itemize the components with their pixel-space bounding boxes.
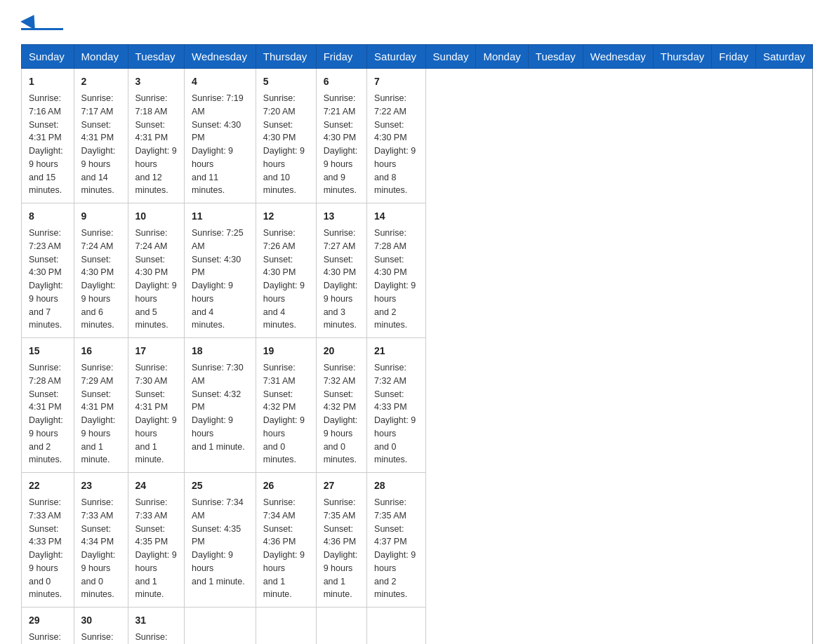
calendar-cell: 30Sunrise: 7:35 AMSunset: 4:39 PMDayligh…	[74, 608, 128, 645]
day-info: Sunrise: 7:28 AMSunset: 4:30 PMDaylight:…	[374, 227, 418, 332]
day-info: Sunrise: 7:35 AMSunset: 4:39 PMDaylight:…	[81, 631, 121, 644]
day-header-monday: Monday	[74, 45, 128, 69]
calendar-cell: 28Sunrise: 7:35 AMSunset: 4:37 PMDayligh…	[367, 473, 426, 608]
day-number: 2	[81, 74, 121, 89]
day-header-sunday: Sunday	[425, 45, 476, 69]
day-number: 18	[192, 344, 249, 358]
day-info: Sunrise: 7:35 AMSunset: 4:37 PMDaylight:…	[374, 496, 418, 601]
day-info: Sunrise: 7:30 AMSunset: 4:32 PMDaylight:…	[192, 361, 249, 453]
day-header-tuesday: Tuesday	[128, 45, 184, 69]
day-number: 7	[374, 74, 418, 89]
day-number: 29	[29, 613, 67, 628]
calendar-cell: 3Sunrise: 7:18 AMSunset: 4:31 PMDaylight…	[128, 69, 184, 203]
day-number: 12	[263, 209, 309, 224]
day-number: 24	[135, 478, 177, 493]
calendar-week-3: 15Sunrise: 7:28 AMSunset: 4:31 PMDayligh…	[22, 338, 813, 473]
calendar-cell: 2Sunrise: 7:17 AMSunset: 4:31 PMDaylight…	[74, 69, 128, 203]
day-header-friday: Friday	[316, 45, 366, 69]
day-number: 21	[374, 344, 418, 358]
day-number: 25	[192, 478, 249, 493]
day-info: Sunrise: 7:34 AMSunset: 4:36 PMDaylight:…	[263, 496, 309, 601]
day-number: 17	[135, 344, 177, 358]
day-info: Sunrise: 7:28 AMSunset: 4:31 PMDaylight:…	[29, 361, 67, 467]
day-header-saturday: Saturday	[755, 45, 812, 69]
calendar-cell: 14Sunrise: 7:28 AMSunset: 4:30 PMDayligh…	[367, 203, 426, 338]
calendar-cell: 9Sunrise: 7:24 AMSunset: 4:30 PMDaylight…	[74, 203, 128, 338]
day-number: 13	[324, 209, 359, 224]
day-info: Sunrise: 7:35 AMSunset: 4:36 PMDaylight:…	[324, 496, 359, 601]
calendar-cell: 23Sunrise: 7:33 AMSunset: 4:34 PMDayligh…	[74, 473, 128, 608]
day-info: Sunrise: 7:34 AMSunset: 4:35 PMDaylight:…	[192, 496, 249, 588]
day-number: 6	[324, 74, 359, 89]
day-info: Sunrise: 7:32 AMSunset: 4:33 PMDaylight:…	[374, 361, 418, 467]
calendar-cell: 26Sunrise: 7:34 AMSunset: 4:36 PMDayligh…	[256, 473, 316, 608]
day-info: Sunrise: 7:23 AMSunset: 4:30 PMDaylight:…	[29, 227, 67, 332]
calendar-cell	[316, 608, 366, 645]
day-info: Sunrise: 7:21 AMSunset: 4:30 PMDaylight:…	[324, 92, 359, 197]
calendar-table: SundayMondayTuesdayWednesdayThursdayFrid…	[21, 44, 813, 644]
day-info: Sunrise: 7:24 AMSunset: 4:30 PMDaylight:…	[81, 227, 121, 332]
day-info: Sunrise: 7:35 AMSunset: 4:40 PMDaylight:…	[135, 631, 177, 644]
day-info: Sunrise: 7:35 AMSunset: 4:38 PMDaylight:…	[29, 631, 67, 644]
day-info: Sunrise: 7:33 AMSunset: 4:33 PMDaylight:…	[29, 496, 67, 601]
calendar-cell: 31Sunrise: 7:35 AMSunset: 4:40 PMDayligh…	[128, 608, 184, 645]
calendar-cell: 20Sunrise: 7:32 AMSunset: 4:32 PMDayligh…	[316, 338, 366, 473]
day-info: Sunrise: 7:24 AMSunset: 4:30 PMDaylight:…	[135, 227, 177, 332]
day-number: 20	[324, 344, 359, 358]
calendar-cell: 22Sunrise: 7:33 AMSunset: 4:33 PMDayligh…	[22, 473, 74, 608]
calendar-cell	[367, 608, 426, 645]
calendar-cell: 27Sunrise: 7:35 AMSunset: 4:36 PMDayligh…	[316, 473, 366, 608]
day-number: 31	[135, 613, 177, 628]
day-info: Sunrise: 7:32 AMSunset: 4:32 PMDaylight:…	[324, 361, 359, 467]
day-number: 8	[29, 209, 67, 224]
calendar-cell: 7Sunrise: 7:22 AMSunset: 4:30 PMDaylight…	[367, 69, 426, 203]
logo-underline	[21, 28, 63, 30]
day-number: 30	[81, 613, 121, 628]
calendar-cell: 10Sunrise: 7:24 AMSunset: 4:30 PMDayligh…	[128, 203, 184, 338]
day-header-wednesday: Wednesday	[185, 45, 256, 69]
calendar-cell: 15Sunrise: 7:28 AMSunset: 4:31 PMDayligh…	[22, 338, 74, 473]
logo-triangle-icon	[20, 11, 41, 30]
calendar-cell: 11Sunrise: 7:25 AMSunset: 4:30 PMDayligh…	[185, 203, 256, 338]
day-number: 10	[135, 209, 177, 224]
day-info: Sunrise: 7:33 AMSunset: 4:35 PMDaylight:…	[135, 496, 177, 601]
page-header	[21, 14, 813, 30]
day-info: Sunrise: 7:19 AMSunset: 4:30 PMDaylight:…	[192, 92, 249, 197]
days-header-row: SundayMondayTuesdayWednesdayThursdayFrid…	[22, 45, 813, 69]
day-number: 4	[192, 74, 249, 89]
calendar-cell: 6Sunrise: 7:21 AMSunset: 4:30 PMDaylight…	[316, 69, 366, 203]
calendar-cell	[185, 608, 256, 645]
day-info: Sunrise: 7:22 AMSunset: 4:30 PMDaylight:…	[374, 92, 418, 197]
day-info: Sunrise: 7:17 AMSunset: 4:31 PMDaylight:…	[81, 92, 121, 197]
day-number: 1	[29, 74, 67, 89]
day-info: Sunrise: 7:29 AMSunset: 4:31 PMDaylight:…	[81, 361, 121, 467]
calendar-cell: 12Sunrise: 7:26 AMSunset: 4:30 PMDayligh…	[256, 203, 316, 338]
calendar-cell: 1Sunrise: 7:16 AMSunset: 4:31 PMDaylight…	[22, 69, 74, 203]
day-number: 22	[29, 478, 67, 493]
logo	[21, 14, 63, 30]
day-header-sunday: Sunday	[22, 45, 74, 69]
calendar-cell: 4Sunrise: 7:19 AMSunset: 4:30 PMDaylight…	[185, 69, 256, 203]
calendar-cell: 18Sunrise: 7:30 AMSunset: 4:32 PMDayligh…	[185, 338, 256, 473]
calendar-cell: 5Sunrise: 7:20 AMSunset: 4:30 PMDaylight…	[256, 69, 316, 203]
day-header-friday: Friday	[712, 45, 756, 69]
calendar-cell: 29Sunrise: 7:35 AMSunset: 4:38 PMDayligh…	[22, 608, 74, 645]
day-info: Sunrise: 7:33 AMSunset: 4:34 PMDaylight:…	[81, 496, 121, 601]
day-number: 14	[374, 209, 418, 224]
day-info: Sunrise: 7:16 AMSunset: 4:31 PMDaylight:…	[29, 92, 67, 197]
day-info: Sunrise: 7:20 AMSunset: 4:30 PMDaylight:…	[263, 92, 309, 197]
calendar-cell	[256, 608, 316, 645]
calendar-week-1: 1Sunrise: 7:16 AMSunset: 4:31 PMDaylight…	[22, 69, 813, 203]
day-number: 11	[192, 209, 249, 224]
day-number: 16	[81, 344, 121, 358]
calendar-cell: 8Sunrise: 7:23 AMSunset: 4:30 PMDaylight…	[22, 203, 74, 338]
day-info: Sunrise: 7:25 AMSunset: 4:30 PMDaylight:…	[192, 227, 249, 332]
day-number: 9	[81, 209, 121, 224]
day-header-thursday: Thursday	[256, 45, 316, 69]
day-header-monday: Monday	[476, 45, 528, 69]
day-header-wednesday: Wednesday	[583, 45, 653, 69]
day-number: 27	[324, 478, 359, 493]
calendar-week-2: 8Sunrise: 7:23 AMSunset: 4:30 PMDaylight…	[22, 203, 813, 338]
day-number: 23	[81, 478, 121, 493]
calendar-cell: 25Sunrise: 7:34 AMSunset: 4:35 PMDayligh…	[185, 473, 256, 608]
